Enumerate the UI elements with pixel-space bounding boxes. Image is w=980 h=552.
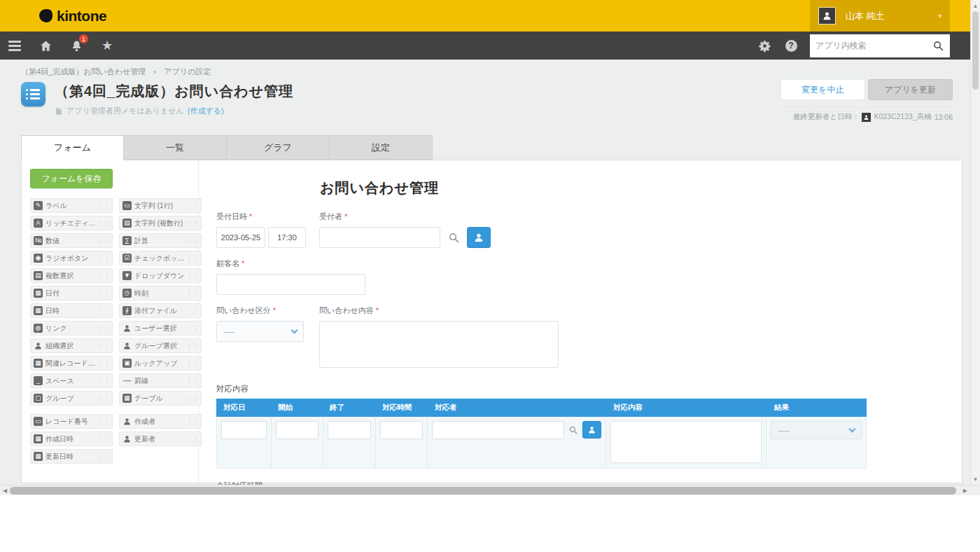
palette-item[interactable]: ☑チェックボックス⋮⋮: [119, 251, 202, 265]
horizontal-scrollbar-thumb[interactable]: [10, 487, 956, 495]
palette-item-label: 文字列 (1行): [134, 201, 173, 211]
favorites-star-icon[interactable]: ★: [99, 38, 115, 53]
tab-list[interactable]: 一覧: [124, 135, 227, 160]
attachment-icon: ∮: [122, 306, 132, 315]
receptionist-input[interactable]: [319, 227, 440, 248]
scroll-left-arrow-icon[interactable]: ◀: [3, 486, 7, 495]
calculation-icon: ∑: [122, 236, 132, 245]
response-content-textarea[interactable]: [610, 421, 762, 463]
palette-item[interactable]: _スペース⋮⋮: [30, 373, 113, 388]
palette-item[interactable]: ✎ラベル⋮⋮: [30, 198, 113, 213]
reception-datetime-label: 受付日時: [216, 212, 247, 221]
home-icon[interactable]: [38, 38, 53, 53]
palette-item[interactable]: ▭文字列 (1行)⋮⋮: [119, 198, 202, 213]
scroll-right-arrow-icon[interactable]: ▶: [963, 486, 967, 495]
palette-item[interactable]: ◉ラジオボタン⋮⋮: [30, 251, 113, 265]
number-icon: №: [34, 236, 43, 245]
customer-name-input[interactable]: [216, 274, 365, 295]
responder-user-select-button[interactable]: [582, 421, 601, 439]
drag-handle-icon: ⋮⋮: [186, 418, 199, 425]
palette-item[interactable]: ▦日付⋮⋮: [30, 286, 113, 301]
search-icon: [568, 425, 578, 435]
inquiry-content-label: 問い合わせ内容: [319, 306, 374, 315]
vertical-scrollbar[interactable]: ▲ ▼: [970, 0, 980, 485]
record-number-icon: ▭: [34, 417, 43, 426]
palette-item[interactable]: ▦作成日時⋮⋮: [30, 432, 113, 446]
palette-item[interactable]: 作成者⋮⋮: [119, 414, 202, 429]
inquiry-category-select[interactable]: -----: [216, 321, 304, 342]
palette-item[interactable]: ▣ルックアップ⋮⋮: [119, 356, 202, 371]
user-avatar: [818, 7, 836, 25]
palette-item[interactable]: ▦日時⋮⋮: [30, 303, 113, 318]
palette-item[interactable]: ユーザー選択⋮⋮: [119, 321, 202, 336]
reception-time-input[interactable]: [268, 227, 306, 248]
person-icon: [863, 114, 869, 120]
save-form-button[interactable]: フォームを保存: [30, 169, 113, 188]
settings-gear-icon[interactable]: [757, 38, 772, 53]
update-app-button[interactable]: アプリを更新: [868, 79, 953, 100]
drag-handle-icon: ⋮⋮: [97, 418, 110, 425]
palette-item[interactable]: ◷時刻⋮⋮: [119, 286, 202, 301]
create-memo-link[interactable]: (作成する): [188, 106, 224, 116]
user-menu[interactable]: 山本 純土 ▾: [810, 0, 950, 32]
receptionist-user-select-button[interactable]: [467, 227, 491, 248]
palette-item[interactable]: ▦関連レコード一覧⋮⋮: [30, 356, 113, 371]
palette-item[interactable]: ▦テーブル⋮⋮: [119, 391, 202, 406]
palette-item-label: レコード番号: [46, 417, 88, 427]
palette-item[interactable]: ▢グループ⋮⋮: [30, 391, 113, 406]
drag-handle-icon: ⋮⋮: [186, 202, 199, 209]
scroll-down-arrow-icon[interactable]: ▼: [971, 476, 980, 483]
discard-changes-button[interactable]: 変更を中止: [780, 79, 865, 100]
inquiry-content-textarea[interactable]: [319, 321, 559, 368]
top-bar: kintone 山本 純土 ▾: [0, 0, 970, 32]
palette-item[interactable]: グループ選択⋮⋮: [119, 338, 202, 353]
result-select[interactable]: -----: [771, 421, 862, 439]
palette-item[interactable]: ▼ドロップダウン⋮⋮: [119, 268, 202, 283]
horizontal-scrollbar[interactable]: ◀ ▶: [0, 485, 980, 495]
app-icon: [21, 82, 46, 106]
palette-item[interactable]: ∑計算⋮⋮: [119, 233, 202, 248]
vertical-scrollbar-thumb[interactable]: [972, 11, 979, 90]
search-icon: [448, 232, 460, 244]
tab-graph[interactable]: グラフ: [227, 135, 330, 160]
menu-icon[interactable]: [7, 38, 22, 53]
app-search-input[interactable]: [810, 34, 926, 57]
drag-handle-icon: ⋮⋮: [97, 378, 110, 385]
palette-item[interactable]: ▤文字列 (複数行)⋮⋮: [119, 216, 202, 230]
response-date-input[interactable]: [221, 421, 267, 439]
start-time-input[interactable]: [276, 421, 318, 439]
rich-editor-icon: A: [34, 219, 43, 228]
reception-date-input[interactable]: [216, 227, 265, 248]
help-icon[interactable]: ?: [783, 38, 799, 53]
end-time-input[interactable]: [328, 421, 371, 439]
receptionist-search-button[interactable]: [444, 227, 463, 248]
palette-item[interactable]: 組織選択⋮⋮: [30, 338, 113, 353]
palette-item[interactable]: №数値⋮⋮: [30, 233, 113, 248]
drag-handle-icon: ⋮⋮: [186, 343, 199, 350]
tab-settings[interactable]: 設定: [330, 135, 433, 160]
field-palette: フォームを保存 ✎ラベル⋮⋮▭文字列 (1行)⋮⋮Aリッチエディター⋮⋮▤文字列…: [22, 160, 199, 483]
table-row: -----: [216, 417, 867, 469]
palette-item[interactable]: 更新者⋮⋮: [119, 432, 202, 446]
palette-item[interactable]: ∮添付ファイル⋮⋮: [119, 303, 202, 318]
tab-form[interactable]: フォーム: [21, 135, 124, 160]
notifications-bell-icon[interactable]: 1: [69, 38, 84, 53]
kintone-logo-icon: [39, 9, 52, 22]
palette-item[interactable]: ◍リンク⋮⋮: [30, 321, 113, 336]
responder-search-button[interactable]: [566, 421, 580, 439]
column-header-responder: 対応者: [428, 403, 606, 413]
duration-input[interactable]: [380, 421, 424, 439]
palette-item[interactable]: ▦更新日時⋮⋮: [30, 449, 113, 464]
palette-item[interactable]: ▤複数選択⋮⋮: [30, 268, 113, 283]
palette-item[interactable]: ▭レコード番号⋮⋮: [30, 414, 113, 429]
kintone-logo[interactable]: kintone: [39, 8, 106, 25]
app-search-button[interactable]: [926, 34, 950, 57]
drag-handle-icon: ⋮⋮: [97, 255, 110, 262]
breadcrumb-app-link[interactable]: （第4回_完成版）お問い合わせ管理: [21, 67, 146, 77]
memo-icon: [55, 107, 63, 116]
responder-input[interactable]: [432, 421, 564, 439]
palette-item-label: テーブル: [134, 394, 163, 403]
scroll-up-arrow-icon[interactable]: ▲: [971, 3, 980, 9]
palette-item[interactable]: Aリッチエディター⋮⋮: [30, 216, 113, 230]
palette-item[interactable]: —罫線⋮⋮: [119, 373, 202, 388]
